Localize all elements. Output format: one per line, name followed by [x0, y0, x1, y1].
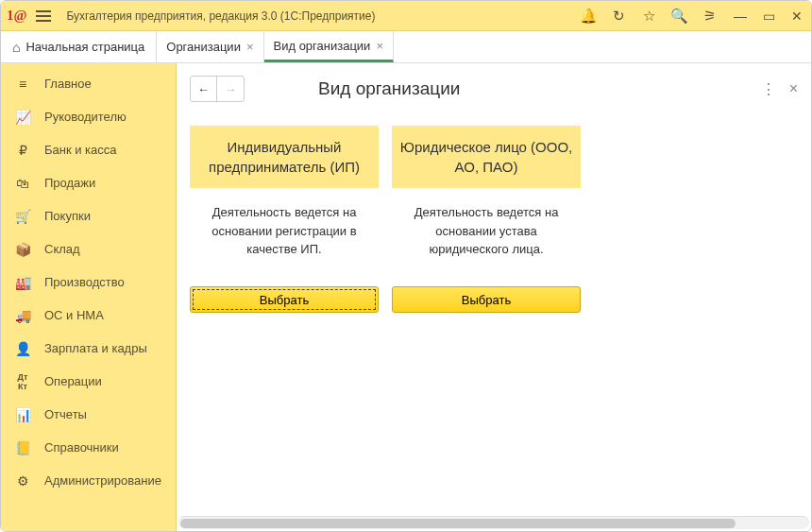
- close-content-button[interactable]: ×: [789, 80, 798, 97]
- gear-icon: ⚙: [14, 473, 31, 489]
- person-icon: 👤: [14, 341, 31, 356]
- content-area: ← → Вид организации ⋮ × Индивидуальный п…: [177, 63, 811, 531]
- sidebar-item-main[interactable]: ≡Главное: [1, 67, 176, 100]
- body: ≡Главное 📈Руководителю ₽Банк и касса 🛍Пр…: [1, 63, 811, 531]
- content-header-actions: ⋮ ×: [761, 80, 798, 98]
- tab-org-type[interactable]: Вид организации ×: [264, 31, 394, 62]
- sidebar-item-label: Продажи: [44, 176, 95, 190]
- sidebar-item-label: Руководителю: [44, 110, 127, 124]
- titlebar: 1@ Бухгалтерия предприятия, редакция 3.0…: [1, 1, 811, 31]
- sidebar-item-operations[interactable]: ДтКтОперации: [1, 365, 176, 398]
- select-individual-button[interactable]: Выбрать: [190, 286, 379, 313]
- sidebar-item-hr[interactable]: 👤Зарплата и кадры: [1, 332, 176, 365]
- dtkt-icon: ДтКт: [14, 372, 31, 391]
- horizontal-scrollbar[interactable]: [178, 516, 809, 529]
- close-icon[interactable]: ×: [246, 40, 254, 54]
- chart-icon: 📈: [14, 110, 31, 125]
- page-title: Вид организации: [318, 78, 460, 99]
- box-icon: 📦: [14, 242, 31, 257]
- close-icon[interactable]: ×: [376, 39, 383, 53]
- vendor-logo: 1@: [7, 8, 26, 24]
- sidebar-item-warehouse[interactable]: 📦Склад: [1, 232, 176, 266]
- sidebar-item-assets[interactable]: 🚚ОС и НМА: [1, 299, 176, 332]
- tab-label: Вид организации: [274, 39, 371, 53]
- sidebar-item-sales[interactable]: 🛍Продажи: [1, 166, 176, 199]
- sidebar-item-label: Справочники: [44, 440, 119, 455]
- book-icon: 📒: [14, 440, 31, 455]
- cart-icon: 🛒: [14, 209, 31, 224]
- bell-icon[interactable]: 🔔: [579, 8, 598, 25]
- sidebar-item-label: Зарплата и кадры: [44, 341, 147, 355]
- sidebar-item-label: Производство: [44, 275, 125, 289]
- search-icon[interactable]: 🔍: [669, 8, 688, 25]
- home-icon: ⌂: [12, 40, 20, 55]
- titlebar-actions: 🔔 ↻ ☆ 🔍 ⚞: [579, 8, 719, 25]
- option-card-heading: Индивидуальный предприниматель (ИП): [190, 126, 379, 188]
- option-legal-entity: Юридическое лицо (ООО, АО, ПАО) Деятельн…: [392, 126, 581, 506]
- nav-arrows: ← →: [190, 76, 245, 102]
- sidebar-item-admin[interactable]: ⚙Администрирование: [1, 464, 176, 497]
- app-window: 1@ Бухгалтерия предприятия, редакция 3.0…: [0, 0, 812, 532]
- sidebar-item-bank[interactable]: ₽Банк и касса: [1, 133, 176, 166]
- sidebar-item-label: Администрирование: [44, 473, 161, 488]
- tab-home[interactable]: ⌂ Начальная страница: [1, 31, 157, 62]
- truck-icon: 🚚: [14, 308, 31, 323]
- select-legal-button[interactable]: Выбрать: [392, 286, 581, 313]
- more-icon[interactable]: ⋮: [761, 80, 776, 98]
- sidebar-item-reports[interactable]: 📊Отчеты: [1, 398, 176, 431]
- filter-icon[interactable]: ⚞: [700, 8, 719, 25]
- star-icon[interactable]: ☆: [639, 8, 658, 25]
- scroll-thumb[interactable]: [180, 519, 736, 528]
- ruble-icon: ₽: [14, 143, 31, 158]
- content-body: Индивидуальный предприниматель (ИП) Деят…: [177, 107, 811, 516]
- sidebar-item-label: Операции: [44, 374, 102, 388]
- bag-icon: 🛍: [14, 176, 31, 191]
- sidebar-item-manager[interactable]: 📈Руководителю: [1, 100, 176, 133]
- option-individual: Индивидуальный предприниматель (ИП) Деят…: [190, 126, 379, 506]
- sidebar-item-label: Склад: [44, 242, 80, 256]
- sidebar-item-catalogs[interactable]: 📒Справочники: [1, 431, 176, 464]
- sidebar: ≡Главное 📈Руководителю ₽Банк и касса 🛍Пр…: [1, 63, 177, 531]
- window-buttons: — ▭ ✕: [732, 9, 805, 24]
- back-button[interactable]: ←: [191, 77, 217, 101]
- sidebar-item-label: Покупки: [44, 209, 91, 223]
- list-icon: ≡: [14, 77, 31, 92]
- main-menu-icon[interactable]: [36, 6, 57, 26]
- factory-icon: 🏭: [14, 275, 31, 290]
- tabs-bar: ⌂ Начальная страница Организации × Вид о…: [1, 31, 811, 63]
- window-title: Бухгалтерия предприятия, редакция 3.0 (1…: [66, 9, 579, 23]
- option-card-heading: Юридическое лицо (ООО, АО, ПАО): [392, 126, 581, 188]
- tab-organizations[interactable]: Организации ×: [157, 31, 263, 62]
- history-icon[interactable]: ↻: [609, 8, 628, 25]
- sidebar-item-purchases[interactable]: 🛒Покупки: [1, 199, 176, 232]
- tab-label: Организации: [166, 40, 241, 54]
- content-header: ← → Вид организации ⋮ ×: [177, 63, 811, 107]
- sidebar-item-label: Банк и касса: [44, 143, 117, 157]
- forward-button[interactable]: →: [217, 77, 244, 101]
- sidebar-item-production[interactable]: 🏭Производство: [1, 266, 176, 299]
- option-description: Деятельность ведется на основании регист…: [190, 203, 379, 271]
- option-description: Деятельность ведется на основании устава…: [392, 203, 581, 271]
- sidebar-item-label: Отчеты: [44, 407, 87, 421]
- tab-home-label: Начальная страница: [25, 40, 144, 54]
- sidebar-item-label: ОС и НМА: [44, 308, 104, 322]
- maximize-button[interactable]: ▭: [760, 9, 777, 24]
- close-window-button[interactable]: ✕: [788, 9, 805, 24]
- sidebar-item-label: Главное: [44, 77, 92, 91]
- minimize-button[interactable]: —: [732, 9, 749, 24]
- barchart-icon: 📊: [14, 407, 31, 422]
